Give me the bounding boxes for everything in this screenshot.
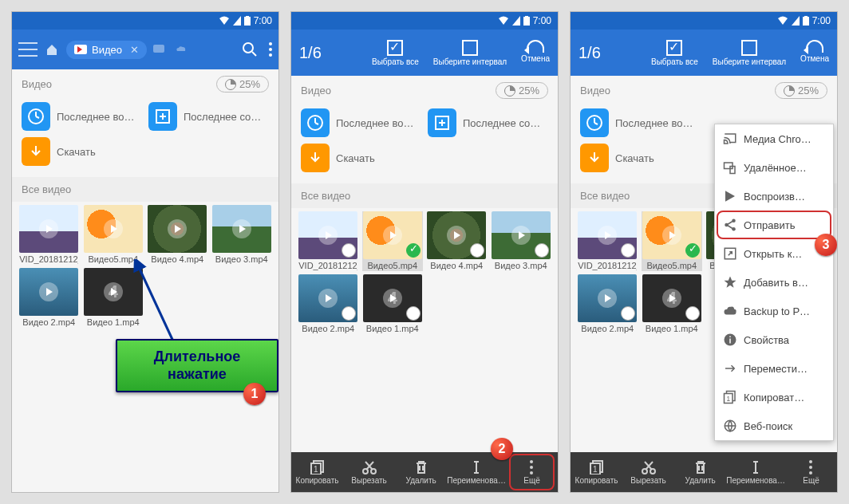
pie-icon [225, 79, 236, 90]
video-item[interactable]: Видео 2.mp4 [18, 268, 80, 328]
video-item-selected[interactable]: Видео5.mp4 [362, 211, 424, 271]
popup-item-remote[interactable]: Удалённое… [715, 153, 833, 182]
svg-line-4 [252, 52, 256, 56]
bottom-toolbar: 1Копировать Вырезать Удалить Переименова… [571, 452, 837, 492]
video-item[interactable]: Видео 4.mp4 [426, 211, 488, 271]
wifi-icon [498, 16, 509, 26]
video-item[interactable]: Видео 3.mp4 [211, 205, 273, 265]
storage-pill[interactable]: 25% [775, 82, 827, 99]
select-all-button[interactable]: Выбрать все [651, 40, 698, 66]
select-range-button[interactable]: Выберите интервал [713, 40, 786, 66]
clock: 7:00 [533, 15, 551, 26]
popup-item-web-search[interactable]: Веб-поиск [715, 411, 833, 440]
screen-3: 7:00 1/6 Выбрать все Выберите интервал О… [570, 11, 838, 493]
cancel-button[interactable]: Отмена [800, 40, 829, 66]
delete-button[interactable]: Удалить [674, 452, 726, 492]
wifi-icon [219, 16, 230, 26]
popup-item-copy[interactable]: 1Копироват… [715, 383, 833, 411]
battery-icon [244, 16, 251, 26]
video-item[interactable]: 4Видео 1.mp4 [362, 274, 424, 334]
svg-rect-32 [729, 339, 731, 344]
step-badge-1: 1 [243, 383, 266, 405]
copy-button[interactable]: 1Копировать [571, 452, 622, 492]
video-item[interactable]: VID_20181212_10420 [18, 205, 80, 265]
svg-rect-2 [153, 45, 164, 53]
popup-item-share[interactable]: Отправить [715, 211, 833, 239]
video-item[interactable]: Видео 2.mp4 [298, 274, 359, 334]
more-button[interactable]: Ещё [506, 452, 558, 492]
video-item[interactable]: Видео 4.mp4 [147, 205, 208, 265]
copy-button[interactable]: 1Копировать [291, 452, 343, 492]
search-icon[interactable] [242, 41, 258, 57]
cancel-button[interactable]: Отмена [521, 40, 550, 66]
video-item[interactable]: Видео5.mp4 [83, 205, 144, 265]
rename-button[interactable]: Переименова… [726, 452, 785, 492]
cut-button[interactable]: Вырезать [343, 452, 395, 492]
chip-label: Видео [92, 44, 122, 56]
svg-text:1: 1 [314, 465, 318, 474]
path-chip-video[interactable]: Видео ✕ [66, 41, 147, 59]
svg-point-3 [243, 43, 253, 53]
battery-icon [803, 16, 809, 26]
svg-text:1: 1 [593, 465, 598, 474]
all-videos-header: Все видео [12, 177, 278, 202]
quick-recent-play[interactable]: Последнее во… [22, 102, 142, 131]
svg-rect-0 [244, 17, 251, 26]
quick-download[interactable]: Скачать [22, 137, 269, 166]
quick-recent-play[interactable]: Последнее во… [301, 108, 421, 137]
quick-download[interactable]: Скачать [301, 144, 548, 172]
video-item[interactable]: Видео 2.mp4 [577, 274, 638, 334]
clock: 7:00 [812, 15, 831, 26]
home-icon[interactable] [45, 43, 58, 56]
status-bar: 7:00 [12, 12, 278, 30]
svg-rect-8 [523, 17, 530, 26]
video-item[interactable]: VID_20181212_10420 [577, 211, 638, 271]
video-grid: VID_20181212_10420 Видео5.mp4 Видео 4.mp… [291, 208, 558, 337]
popup-item-properties[interactable]: Свойства [715, 325, 833, 354]
storage-pill[interactable]: 25% [496, 82, 548, 99]
overflow-menu-icon[interactable] [269, 42, 272, 57]
more-popup-menu: Медиа Chro… Удалённое… Воспроизв… Отправ… [714, 124, 834, 441]
video-item-selected[interactable]: Видео5.mp4 [642, 211, 703, 271]
video-item[interactable]: VID_20181212_10420 [298, 211, 359, 271]
popup-item-cast[interactable]: Медиа Chro… [715, 124, 833, 153]
topbar: Видео ✕ [12, 30, 278, 69]
step-badge-3: 3 [815, 234, 837, 256]
selection-topbar: 1/6 Выбрать все Выберите интервал Отмена [291, 30, 558, 76]
popup-item-backup[interactable]: Backup to P… [715, 297, 833, 325]
quick-recent-create[interactable]: Последнее со… [148, 102, 269, 131]
menu-icon[interactable] [18, 42, 38, 57]
sd-icon[interactable] [153, 45, 166, 54]
storage-pill[interactable]: 25% [216, 76, 269, 93]
signal-icon [233, 16, 241, 26]
status-bar: 7:00 [291, 12, 558, 30]
section-header: Видео 25% [291, 76, 558, 105]
delete-button[interactable]: Удалить [395, 452, 447, 492]
popup-item-move[interactable]: Перемести… [715, 354, 833, 383]
battery-icon [523, 16, 530, 26]
svg-rect-9 [525, 16, 528, 18]
screen-1: 7:00 Видео ✕ Видео 25% Последнее во… Пос… [11, 11, 279, 493]
step-badge-2: 2 [491, 438, 513, 460]
wifi-icon [777, 16, 788, 26]
popup-item-add-to[interactable]: Добавить в… [715, 268, 833, 297]
svg-rect-17 [803, 17, 809, 26]
cut-button[interactable]: Вырезать [622, 452, 674, 492]
status-bar: 7:00 [571, 12, 837, 30]
quick-recent-create[interactable]: Последнее со… [428, 108, 548, 137]
section-header: Видео 25% [12, 69, 278, 99]
select-all-button[interactable]: Выбрать все [372, 40, 419, 66]
all-videos-header: Все видео [291, 183, 558, 208]
more-button[interactable]: Ещё [785, 452, 837, 492]
popup-item-play[interactable]: Воспроизв… [715, 182, 833, 211]
svg-text:1: 1 [727, 396, 731, 403]
close-icon[interactable]: ✕ [130, 44, 139, 56]
screen-2: 7:00 1/6 Выбрать все Выберите интервал О… [290, 11, 559, 493]
video-item[interactable]: 4Видео 1.mp4 [642, 274, 703, 334]
select-range-button[interactable]: Выберите интервал [433, 40, 507, 66]
clock: 7:00 [254, 15, 272, 26]
selection-counter: 1/6 [579, 44, 601, 62]
selection-counter: 1/6 [299, 44, 322, 62]
cloud-icon[interactable] [174, 45, 187, 54]
video-item[interactable]: Видео 3.mp4 [491, 211, 552, 271]
